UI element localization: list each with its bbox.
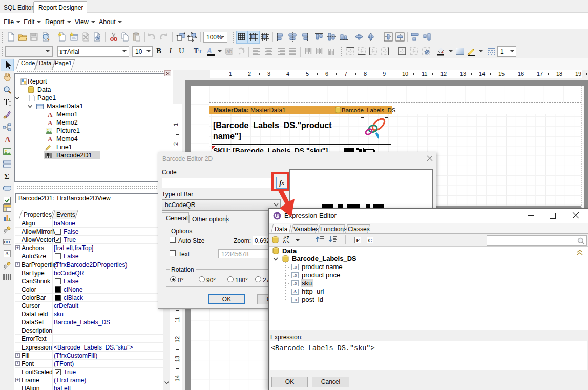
svg-text:OLE: OLE (4, 240, 12, 244)
svg-text:Σ: Σ (4, 172, 9, 181)
svg-text:A: A (5, 251, 9, 256)
svg-text:A: A (5, 135, 11, 144)
